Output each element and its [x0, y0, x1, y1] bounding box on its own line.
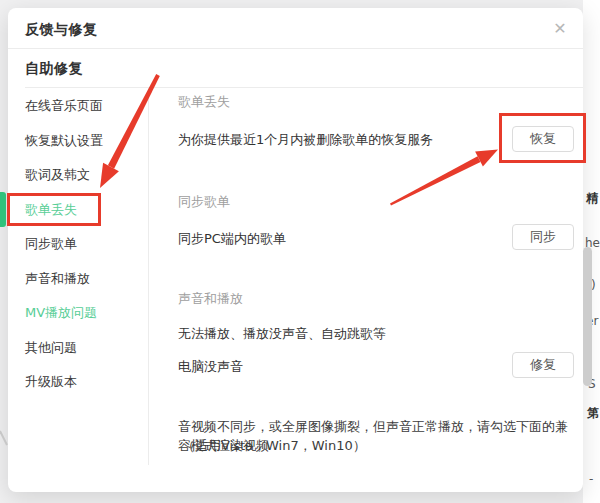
dialog-title: 反馈与修复 [25, 21, 98, 39]
subheader-divider [25, 87, 583, 88]
close-icon[interactable]: ✕ [548, 17, 572, 41]
restore-button[interactable]: 恢复 [512, 126, 574, 152]
playlist-restore-description: 为你提供最近1个月内被删除歌单的恢复服务 [178, 131, 433, 149]
scrollbar-thumb[interactable] [583, 247, 592, 386]
background-text-fragment: - [589, 472, 593, 486]
playback-issues-description: 无法播放、播放没声音、自动跳歌等 [178, 325, 386, 343]
section-heading-playlist-lost: 歌单丢失 [178, 93, 230, 111]
sidebar-item-other-issues[interactable]: 其他问题 [8, 331, 148, 366]
sidebar-item-sync-playlist[interactable]: 同步歌单 [8, 227, 148, 262]
sidebar-item-sound-playback[interactable]: 声音和播放 [8, 262, 148, 297]
repair-category-sidebar: 在线音乐页面 恢复默认设置 歌词及韩文 歌单丢失 同步歌单 声音和播放 MV播放… [8, 89, 148, 400]
section-heading-sync-playlist: 同步歌单 [178, 193, 230, 211]
sidebar-item-playlist-lost[interactable]: 歌单丢失 [8, 193, 148, 228]
feedback-repair-dialog: 反馈与修复 ✕ 自助修复 在线音乐页面 恢复默认设置 歌词及韩文 歌单丢失 同步… [8, 8, 583, 492]
background-text-fragment: 第 [587, 405, 599, 422]
background-stray-line [0, 431, 7, 445]
sync-pc-playlist-description: 同步PC端内的歌单 [178, 230, 286, 248]
sidebar-item-upgrade-version[interactable]: 升级版本 [8, 365, 148, 400]
selected-item-indicator-bar [0, 192, 6, 227]
no-sound-description: 电脑没声音 [178, 358, 243, 376]
sidebar-content-divider [148, 88, 149, 465]
fix-button[interactable]: 修复 [512, 352, 574, 378]
compatibility-footnote-line2: （适用Vista，Win7，Win10） [182, 436, 582, 455]
sidebar-item-online-music-page[interactable]: 在线音乐页面 [8, 89, 148, 124]
screen: { "window": { "title": "反馈与修复", "close_g… [0, 0, 600, 503]
sidebar-item-lyrics[interactable]: 歌词及韩文 [8, 158, 148, 193]
sidebar-item-restore-defaults[interactable]: 恢复默认设置 [8, 124, 148, 159]
self-repair-section-title: 自助修复 [25, 60, 83, 78]
section-heading-sound-playback: 声音和播放 [178, 290, 243, 308]
sidebar-item-mv-playback[interactable]: MV播放问题 [8, 296, 148, 331]
sync-button[interactable]: 同步 [512, 224, 574, 250]
header-divider [8, 48, 583, 49]
background-text-fragment: 精 [586, 190, 598, 207]
